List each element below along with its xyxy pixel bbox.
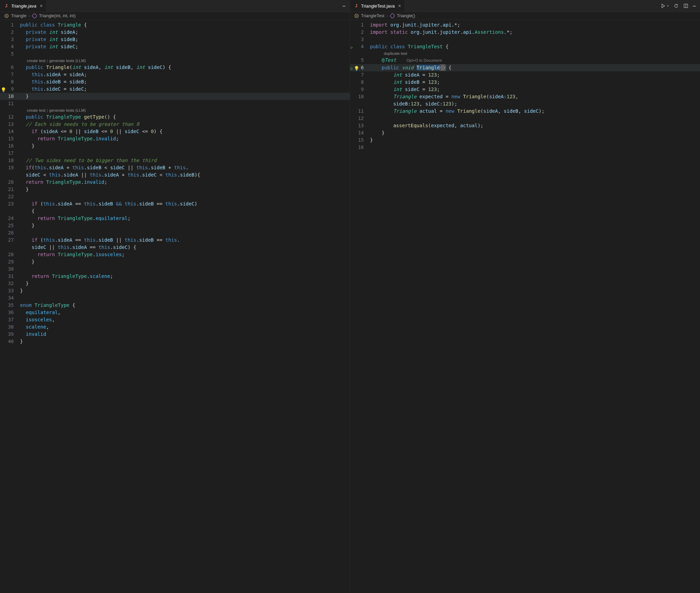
run-icon[interactable] bbox=[661, 3, 666, 8]
java-file-icon: J bbox=[3, 3, 9, 9]
breadcrumb-item[interactable]: Triangle() bbox=[397, 13, 415, 18]
inline-doc-hint: Opt+D to Document bbox=[407, 58, 442, 62]
editor-split: J Triangle.java × ⋯ Triangle › Triangle(… bbox=[0, 0, 700, 593]
left-editor-pane: J Triangle.java × ⋯ Triangle › Triangle(… bbox=[0, 0, 350, 593]
editor-body-right[interactable]: 1import org.junit.jupiter.api.*; 2import… bbox=[350, 20, 700, 593]
close-icon[interactable]: × bbox=[398, 3, 401, 9]
breadcrumb-item[interactable]: TriangleTest bbox=[361, 13, 384, 18]
tab-triangletest-java[interactable]: J TriangleTest.java × bbox=[350, 0, 405, 12]
tab-label: TriangleTest.java bbox=[361, 3, 395, 9]
split-editor-icon[interactable] bbox=[683, 3, 688, 8]
svg-rect-5 bbox=[390, 13, 395, 18]
lightbulb-icon[interactable]: 💡 bbox=[354, 65, 359, 72]
close-icon[interactable]: × bbox=[40, 3, 42, 9]
lightbulb-icon[interactable]: 💡 bbox=[1, 86, 6, 93]
chevron-right-icon: › bbox=[387, 13, 388, 18]
tab-actions-right: ▾ ⋯ bbox=[661, 3, 700, 9]
chevron-right-icon: › bbox=[29, 13, 30, 18]
class-icon bbox=[354, 13, 359, 18]
svg-rect-1 bbox=[32, 13, 37, 18]
more-icon[interactable]: ⋯ bbox=[343, 3, 346, 9]
class-icon bbox=[4, 13, 9, 18]
codelens[interactable]: create test|generate tests (LLM) bbox=[0, 107, 350, 113]
editor-body-left[interactable]: 1public class Triangle { 2 private int s… bbox=[0, 20, 350, 593]
run-test-gutter-icon[interactable]: ▷ bbox=[351, 44, 353, 51]
annotation-codelens[interactable]: duplicate test bbox=[350, 50, 700, 57]
refresh-icon[interactable] bbox=[674, 3, 679, 8]
breadcrumb-item[interactable]: Triangle(int, int, int) bbox=[39, 13, 76, 18]
code-area: 1import org.junit.jupiter.api.*; 2import… bbox=[350, 20, 700, 158]
right-editor-pane: J TriangleTest.java × ▾ ⋯ bbox=[350, 0, 700, 593]
chevron-down-icon[interactable]: ▾ bbox=[667, 4, 669, 8]
run-test-gutter-icon[interactable]: ▷ bbox=[351, 65, 353, 72]
breadcrumb-right[interactable]: TriangleTest › Triangle() bbox=[350, 12, 700, 20]
codelens[interactable]: create test|generate tests (LLM) bbox=[0, 58, 350, 64]
svg-point-4 bbox=[355, 14, 359, 18]
code-area: 1public class Triangle { 2 private int s… bbox=[0, 20, 350, 352]
tab-label: Triangle.java bbox=[11, 3, 36, 9]
breadcrumb-item[interactable]: Triangle bbox=[11, 13, 27, 18]
breadcrumb-left[interactable]: Triangle › Triangle(int, int, int) bbox=[0, 12, 350, 20]
tab-triangle-java[interactable]: J Triangle.java × bbox=[0, 0, 47, 12]
svg-point-0 bbox=[5, 14, 9, 18]
tab-bar-left: J Triangle.java × ⋯ bbox=[0, 0, 350, 12]
tab-actions-left: ⋯ bbox=[343, 3, 350, 9]
method-icon bbox=[390, 13, 395, 18]
tab-bar-right: J TriangleTest.java × ▾ ⋯ bbox=[350, 0, 700, 12]
java-file-icon: J bbox=[353, 3, 359, 9]
method-icon bbox=[32, 13, 37, 18]
more-icon[interactable]: ⋯ bbox=[693, 3, 696, 9]
